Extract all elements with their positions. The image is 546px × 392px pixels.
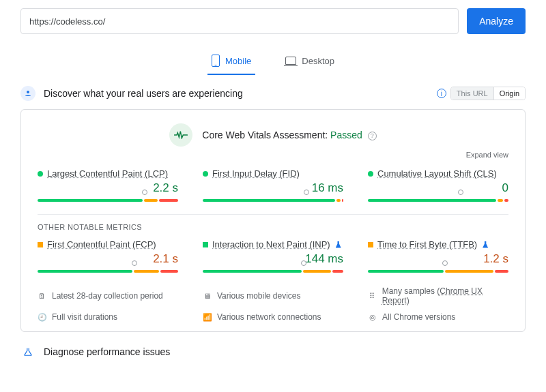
marker-icon xyxy=(142,190,147,195)
lab-icon xyxy=(20,344,35,359)
diagnose-title: Diagnose performance issues xyxy=(44,346,526,357)
field-data-header: Discover what your real users are experi… xyxy=(20,86,526,101)
foot-period: Latest 28-day collection period xyxy=(52,291,163,301)
tab-desktop-label: Desktop xyxy=(302,56,334,66)
core-metrics-grid: Largest Contentful Paint (LCP) 2.2 s Fir… xyxy=(38,168,508,202)
chrome-icon: ◎ xyxy=(368,313,377,322)
status-square-icon xyxy=(368,242,373,247)
status-dot-icon xyxy=(203,171,208,177)
metric-fid-bar xyxy=(203,199,343,202)
url-input[interactable] xyxy=(20,8,459,34)
metric-ttfb-bar xyxy=(368,270,508,273)
search-row: Analyze xyxy=(20,8,526,34)
marker-icon xyxy=(301,260,306,266)
user-icon xyxy=(20,86,35,101)
vitals-icon xyxy=(169,123,192,147)
metric-cls: Cumulative Layout Shift (CLS) 0 xyxy=(368,168,508,202)
metric-ttfb: Time to First Byte (TTFB) 1.2 s xyxy=(368,239,508,273)
foot-network: Various network connections xyxy=(217,312,321,322)
metric-ttfb-value: 1.2 s xyxy=(368,252,508,266)
cwv-text: Core Web Vitals Assessment: Passed ? xyxy=(202,130,376,140)
filter-group: i This URL Origin xyxy=(437,87,526,100)
metric-fcp-name[interactable]: First Contentful Paint (FCP) xyxy=(47,239,156,250)
marker-icon xyxy=(442,260,448,266)
metric-lcp-name[interactable]: Largest Contentful Paint (LCP) xyxy=(47,168,168,179)
expand-view-link[interactable]: Expand view xyxy=(38,151,508,159)
svg-point-0 xyxy=(27,91,29,93)
scope-origin[interactable]: Origin xyxy=(493,87,525,100)
metric-inp: Interaction to Next Paint (INP) 144 ms xyxy=(203,239,343,273)
clock-icon: 🕘 xyxy=(38,313,46,322)
metric-lcp-bar xyxy=(38,199,178,202)
scope-segmented: This URL Origin xyxy=(450,87,526,100)
field-data-card: Core Web Vitals Assessment: Passed ? Exp… xyxy=(20,109,526,332)
devices-icon: 🖥 xyxy=(203,292,212,301)
help-icon[interactable]: ? xyxy=(368,132,377,140)
diagnose-header: Diagnose performance issues xyxy=(20,344,526,359)
metric-cls-name[interactable]: Cumulative Layout Shift (CLS) xyxy=(377,168,497,179)
samples-icon: ⠿ xyxy=(368,292,377,301)
marker-icon xyxy=(458,190,463,195)
metric-lcp: Largest Contentful Paint (LCP) 2.2 s xyxy=(38,168,178,202)
divider xyxy=(38,214,508,215)
status-dot-icon xyxy=(38,171,43,177)
cwv-label: Core Web Vitals Assessment: xyxy=(202,130,330,140)
metric-fid-value: 16 ms xyxy=(203,181,343,195)
wifi-icon: 📶 xyxy=(203,313,212,322)
desktop-icon xyxy=(285,57,296,65)
tab-mobile-label: Mobile xyxy=(225,56,251,66)
metric-fcp-bar xyxy=(38,270,178,273)
foot-versions: All Chrome versions xyxy=(382,312,455,322)
experimental-icon xyxy=(483,241,488,248)
status-square-icon xyxy=(38,242,43,247)
status-dot-icon xyxy=(368,171,373,177)
metric-inp-value: 144 ms xyxy=(203,252,343,266)
marker-icon xyxy=(304,190,309,195)
tab-mobile[interactable]: Mobile xyxy=(207,49,255,75)
metric-fcp: First Contentful Paint (FCP) 2.1 s xyxy=(38,239,178,273)
metric-cls-bar xyxy=(368,199,508,202)
other-metrics-heading: OTHER NOTABLE METRICS xyxy=(38,223,508,231)
foot-samples: Many samples (Chrome UX Report) xyxy=(382,286,508,305)
metric-cls-value: 0 xyxy=(368,181,508,195)
tab-desktop[interactable]: Desktop xyxy=(281,49,339,75)
scope-this-url[interactable]: This URL xyxy=(451,87,493,100)
marker-icon xyxy=(132,260,137,266)
status-square-icon xyxy=(203,242,208,247)
info-icon[interactable]: i xyxy=(437,89,446,98)
mobile-icon xyxy=(212,55,220,67)
metric-ttfb-name[interactable]: Time to First Byte (TTFB) xyxy=(377,239,477,250)
section-title: Discover what your real users are experi… xyxy=(44,88,437,99)
other-metrics-grid: First Contentful Paint (FCP) 2.1 s Inter… xyxy=(38,239,508,273)
analyze-button[interactable]: Analyze xyxy=(467,8,526,34)
footnotes: 🗓Latest 28-day collection period 🖥Variou… xyxy=(38,286,508,322)
cwv-status: Passed xyxy=(330,130,362,140)
calendar-icon: 🗓 xyxy=(38,292,46,301)
metric-inp-name[interactable]: Interaction to Next Paint (INP) xyxy=(212,239,330,250)
metric-lcp-value: 2.2 s xyxy=(38,181,178,195)
cwv-assessment: Core Web Vitals Assessment: Passed ? xyxy=(38,123,508,147)
metric-fid-name[interactable]: First Input Delay (FID) xyxy=(212,168,300,179)
experimental-icon xyxy=(336,241,341,248)
metric-fcp-value: 2.1 s xyxy=(38,252,178,266)
foot-duration: Full visit durations xyxy=(52,312,117,322)
metric-inp-bar xyxy=(203,270,343,273)
metric-fid: First Input Delay (FID) 16 ms xyxy=(203,168,343,202)
device-tabs: Mobile Desktop xyxy=(20,49,526,75)
foot-devices: Various mobile devices xyxy=(217,291,301,301)
